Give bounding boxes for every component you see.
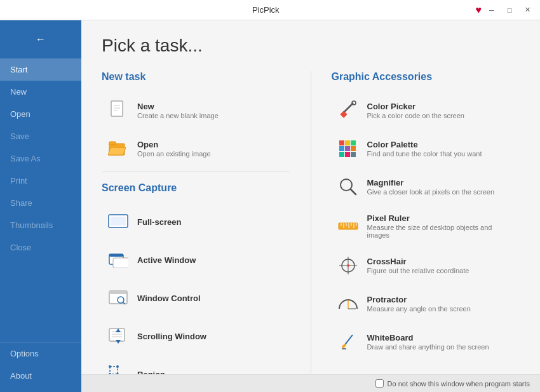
active-window-icon — [107, 248, 130, 271]
open-task-item[interactable]: Open Open an existing image — [102, 131, 290, 166]
whiteboard-label: WhiteBoard — [367, 333, 489, 342]
page-title: Pick a task... — [102, 36, 520, 56]
scrolling-window-label: Scrolling Window — [137, 332, 206, 341]
col-right: Graphic Accessories Color Picker — [311, 71, 520, 374]
protractor-label: Protractor — [367, 295, 471, 304]
title-bar: PicPick ♥ ─ □ ✕ — [0, 0, 540, 20]
svg-point-21 — [116, 365, 119, 368]
whiteboard-icon — [337, 330, 360, 353]
open-icon — [107, 137, 130, 160]
full-screen-icon — [107, 210, 130, 233]
full-screen-label: Full-screen — [137, 217, 181, 227]
footer-row: Do not show this window when program sta… — [81, 374, 540, 392]
open-desc: Open an existing image — [137, 150, 211, 158]
new-task-item[interactable]: New Create a new blank image — [102, 93, 290, 128]
crosshair-icon — [337, 254, 360, 277]
window-title: PicPick — [56, 5, 476, 15]
svg-rect-9 — [109, 254, 123, 257]
svg-rect-40 — [351, 146, 356, 151]
window-controls: ─ □ ✕ — [484, 3, 535, 18]
full-screen-item[interactable]: Full-screen — [102, 204, 290, 240]
sidebar-item-save-as[interactable]: Save As — [0, 147, 81, 170]
new-label: New — [137, 102, 219, 111]
sidebar-bottom: Options About — [0, 342, 81, 392]
svg-rect-12 — [109, 291, 127, 294]
svg-rect-38 — [339, 146, 344, 151]
sidebar-item-open[interactable]: Open — [0, 103, 81, 125]
window-control-item[interactable]: Window Control — [102, 280, 290, 316]
protractor-item[interactable]: Protractor Measure any angle on the scre… — [332, 286, 520, 321]
pixel-ruler-item[interactable]: Pixel Ruler Measure the size of desktop … — [332, 207, 520, 245]
svg-rect-42 — [345, 152, 350, 157]
close-button[interactable]: ✕ — [520, 3, 535, 18]
svg-rect-10 — [113, 258, 128, 268]
magnifier-item[interactable]: Magnifier Give a closer look at pixels o… — [332, 169, 520, 205]
new-desc: Create a new blank image — [137, 112, 219, 119]
svg-point-57 — [347, 264, 349, 267]
color-palette-item[interactable]: Color Palette Find and tune the color th… — [332, 131, 520, 166]
svg-line-32 — [343, 103, 353, 113]
color-picker-desc: Pick a color code on the screen — [367, 112, 464, 119]
color-picker-item[interactable]: Color Picker Pick a color code on the sc… — [332, 93, 520, 128]
window-control-label: Window Control — [137, 294, 201, 303]
dont-show-checkbox[interactable] — [375, 379, 384, 388]
col-left: New task New — [102, 71, 311, 374]
sidebar-item-save[interactable]: Save — [0, 125, 81, 147]
scrolling-window-icon — [107, 325, 130, 348]
svg-rect-41 — [339, 152, 344, 157]
sidebar: ← Start New Open Save Save As Print Shar… — [0, 20, 81, 392]
sidebar-item-start[interactable]: Start — [0, 58, 81, 81]
app-body: ← Start New Open Save Save As Print Shar… — [0, 20, 540, 392]
heart-favorite-icon[interactable]: ♥ — [476, 4, 482, 16]
new-icon — [107, 99, 130, 122]
color-palette-desc: Find and tune the color that you want — [367, 150, 482, 158]
svg-rect-43 — [351, 152, 356, 157]
svg-rect-35 — [339, 140, 344, 145]
svg-rect-36 — [345, 140, 350, 145]
region-item[interactable]: Region — [102, 356, 290, 374]
color-picker-label: Color Picker — [367, 102, 464, 111]
graphic-accessories-title: Graphic Accessories — [332, 71, 520, 83]
new-task-title: New task — [102, 71, 290, 83]
scrolling-window-item[interactable]: Scrolling Window — [102, 318, 290, 354]
pixel-ruler-label: Pixel Ruler — [367, 213, 515, 223]
crosshair-item[interactable]: CrossHair Figure out the relative coordi… — [332, 248, 520, 283]
svg-rect-37 — [351, 140, 356, 145]
svg-rect-5 — [109, 142, 116, 145]
back-button[interactable]: ← — [29, 28, 52, 51]
sidebar-item-new[interactable]: New — [0, 81, 81, 103]
svg-rect-19 — [110, 367, 118, 374]
whiteboard-item[interactable]: WhiteBoard Draw and share anything on th… — [332, 324, 520, 360]
protractor-icon — [337, 292, 360, 315]
svg-rect-33 — [340, 111, 347, 118]
active-window-label: Active Window — [137, 255, 196, 265]
main-content: Pick a task... New task — [81, 20, 540, 374]
svg-line-45 — [351, 189, 356, 194]
crosshair-desc: Figure out the relative coordinate — [367, 267, 469, 274]
minimize-button[interactable]: ─ — [484, 3, 499, 18]
dont-show-label[interactable]: Do not show this window when program sta… — [388, 380, 530, 388]
pixel-ruler-icon — [337, 215, 360, 238]
two-col-layout: New task New — [102, 71, 520, 374]
sidebar-item-options[interactable]: Options — [0, 342, 49, 365]
svg-rect-0 — [111, 101, 123, 116]
section-divider — [102, 172, 290, 172]
whiteboard-desc: Draw and share anything on the screen — [367, 343, 489, 351]
active-window-item[interactable]: Active Window — [102, 242, 290, 278]
sidebar-item-share[interactable]: Share — [0, 192, 81, 214]
magnifier-label: Magnifier — [367, 178, 495, 187]
maximize-button[interactable]: □ — [502, 3, 517, 18]
sidebar-item-thumbnails[interactable]: Thumbnails — [0, 214, 81, 236]
protractor-desc: Measure any angle on the screen — [367, 305, 471, 313]
color-palette-label: Color Palette — [367, 140, 482, 149]
color-picker-icon — [337, 99, 360, 122]
sidebar-item-close[interactable]: Close — [0, 236, 81, 259]
open-label: Open — [137, 140, 211, 149]
svg-rect-39 — [345, 146, 350, 151]
color-palette-icon — [337, 137, 360, 160]
pixel-ruler-desc: Measure the size of desktop objects and … — [367, 224, 515, 239]
sidebar-item-print[interactable]: Print — [0, 170, 81, 192]
sidebar-item-about[interactable]: About — [0, 365, 42, 387]
svg-rect-7 — [111, 217, 126, 226]
screen-capture-title: Screen Capture — [102, 182, 290, 194]
